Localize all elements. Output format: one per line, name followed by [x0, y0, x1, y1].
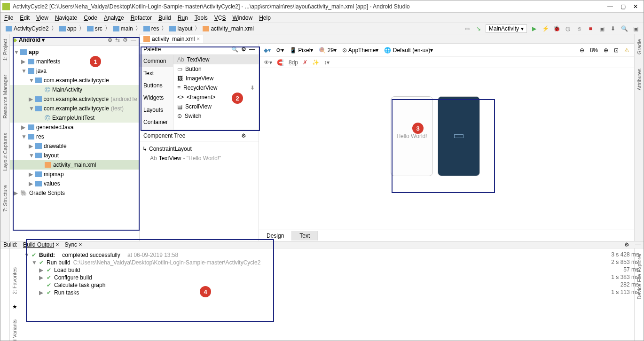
device-icon[interactable]: ▭ [463, 24, 471, 33]
profile-icon[interactable]: ◷ [564, 24, 572, 33]
align-icon[interactable]: ↕▾ [324, 59, 330, 66]
build-root[interactable]: ▼✔Build: completed successfully at 06-09… [24, 251, 629, 259]
build-run[interactable]: ▼✔Run build C:\Users\Neha_Vaidya\Desktop… [24, 259, 629, 266]
close-button[interactable]: ✕ [633, 3, 638, 10]
palette-item[interactable]: AbTextView [173, 55, 259, 64]
crumb[interactable]: app [58, 25, 78, 32]
menu-code[interactable]: Code [84, 15, 97, 21]
palette-item[interactable]: ▤ScrollView [173, 102, 259, 111]
tree-values[interactable]: ▶values [10, 179, 139, 188]
clear-icon[interactable]: ✗ [303, 59, 307, 66]
rail-project[interactable]: 1: Project [2, 39, 8, 61]
gear-icon[interactable]: ⚙ [241, 46, 246, 53]
menu-refactor[interactable]: Refactor [131, 15, 152, 21]
run-config-dropdown[interactable]: MainActivity ▾ [486, 24, 527, 33]
hide-icon[interactable]: — [249, 46, 255, 53]
ct-root[interactable]: ↳ConstraintLayout [142, 144, 256, 154]
tree-main-activity[interactable]: ⒸMainActivity [10, 85, 139, 94]
view-mode-icon[interactable]: ◆▾ [264, 47, 271, 54]
cat-container[interactable]: Container [140, 116, 173, 128]
tree-activity-main-xml[interactable]: activity_main.xml [10, 160, 139, 170]
rail-attributes[interactable]: Attributes [636, 69, 642, 90]
sdk-icon[interactable]: ⬇ [609, 24, 617, 33]
tree-pkg2[interactable]: ▶com.example.activitycycle (androidTe [10, 94, 139, 104]
hide-icon[interactable]: — [131, 37, 136, 43]
tree-example-unit-test[interactable]: ⒸExampleUnitTest [10, 113, 139, 123]
tree-gradle-scripts[interactable]: ▶🐘Gradle Scripts [10, 188, 139, 198]
rail-gradle[interactable]: Gradle [636, 39, 642, 54]
menu-tools[interactable]: Tools [195, 15, 208, 21]
tree-drawable[interactable]: ▶drawable [10, 141, 139, 151]
target-icon[interactable]: ⊕ [108, 37, 112, 43]
project-tree[interactable]: ▼app ▶manifests ▼java ▼com.example.activ… [10, 46, 139, 200]
device-blueprint[interactable] [438, 96, 480, 176]
warning-icon[interactable]: ⚠ [624, 47, 629, 54]
tree-layout[interactable]: ▼layout [10, 151, 139, 160]
avd-icon[interactable]: ▣ [597, 24, 606, 33]
menu-help[interactable]: Help [259, 15, 271, 21]
cat-layouts[interactable]: Layouts [140, 104, 173, 116]
crumb[interactable]: src [86, 25, 104, 32]
device-design[interactable]: Hello World! [391, 96, 433, 176]
menu-window[interactable]: Window [233, 15, 253, 21]
crumb[interactable]: res [142, 25, 161, 32]
star-icon[interactable]: ★ [12, 303, 17, 310]
crumb[interactable]: main [111, 25, 134, 32]
build-tab-output[interactable]: Build Output × [23, 241, 59, 248]
crumb[interactable]: layout [168, 25, 194, 32]
eye-icon[interactable]: 👁▾ [264, 59, 272, 66]
search-icon[interactable]: 🔍 [231, 46, 238, 53]
margin-dropdown[interactable]: 8dp [289, 59, 298, 66]
gear-icon[interactable]: ⚙ [241, 132, 246, 139]
tree-app[interactable]: ▼app [10, 47, 139, 57]
build-step[interactable]: ▶✔Run tasks [24, 289, 629, 296]
close-tab-icon[interactable]: × [196, 36, 200, 42]
build-tab-sync[interactable]: Sync × [64, 241, 82, 248]
rail-device-file-explorer[interactable]: Device File Explorer [636, 253, 642, 299]
build-step[interactable]: ▶✔Configure build [24, 274, 629, 281]
infer-icon[interactable]: ✨ [312, 59, 319, 66]
stop-button[interactable]: ■ [586, 24, 595, 33]
locale-dropdown[interactable]: 🌐 Default (en-us)▾ [384, 47, 433, 54]
hide-icon[interactable]: — [249, 132, 255, 139]
editor-tab[interactable]: activity_main.xml× [140, 35, 204, 43]
design-canvas[interactable]: Hello World! [259, 68, 634, 230]
cat-buttons[interactable]: Buttons [140, 79, 173, 92]
maximize-button[interactable]: ▢ [620, 3, 626, 10]
orientation-icon[interactable]: ⟳▾ [276, 47, 284, 54]
component-tree[interactable]: ↳ConstraintLayout AbTextView- "Hello Wor… [140, 141, 259, 166]
palette-item[interactable]: ≡RecyclerView⬇ [173, 83, 259, 93]
run-button[interactable]: ▶ [530, 24, 538, 33]
hide-icon[interactable]: — [635, 241, 641, 248]
sync-icon[interactable]: ↘ [474, 24, 483, 33]
tree-pkg3[interactable]: ▼com.example.activitycycle (test) [10, 104, 139, 113]
tree-generated-java[interactable]: ▶generatedJava [10, 123, 139, 132]
build-tree[interactable]: ▼✔Build: completed successfully at 06-09… [19, 248, 634, 341]
tree-mipmap[interactable]: ▶mipmap [10, 170, 139, 179]
palette-item[interactable]: <><fragment> [173, 93, 259, 102]
menu-edit[interactable]: Edit [20, 15, 30, 21]
menu-vcs[interactable]: VCS [214, 15, 226, 21]
cat-text[interactable]: Text [140, 67, 173, 79]
rail-layout-captures[interactable]: Layout Captures [2, 133, 8, 171]
palette-item[interactable]: ⊙Switch [173, 111, 259, 121]
palette-item[interactable]: 🖼ImageView [173, 74, 259, 83]
crumb[interactable]: activity_main.xml [201, 25, 255, 32]
gear-icon[interactable]: ⚙ [624, 241, 629, 248]
project-mode[interactable]: Android ▾ [19, 37, 108, 43]
menu-view[interactable]: View [36, 15, 48, 21]
rail-build-variants[interactable]: ild Variants [12, 319, 17, 341]
menu-navigate[interactable]: Navigate [55, 15, 77, 21]
apply-changes-icon[interactable]: ⚡ [541, 24, 550, 33]
api-dropdown[interactable]: 🍭 29▾ [319, 47, 337, 54]
palette-item[interactable]: ▭Button [173, 64, 259, 74]
download-icon[interactable]: ⬇ [250, 85, 255, 91]
tree-java[interactable]: ▼java [10, 66, 139, 76]
tab-text[interactable]: Text [292, 231, 318, 240]
search-icon[interactable]: 🔍 [620, 24, 628, 33]
rail-resource-manager[interactable]: Resource Manager [2, 75, 8, 119]
build-step[interactable]: ✔Calculate task graph [24, 281, 629, 289]
menu-analyze[interactable]: Analyze [104, 15, 124, 21]
rail-favorites[interactable]: 2: Favorites [12, 267, 17, 294]
tree-res[interactable]: ▼res [10, 132, 139, 141]
